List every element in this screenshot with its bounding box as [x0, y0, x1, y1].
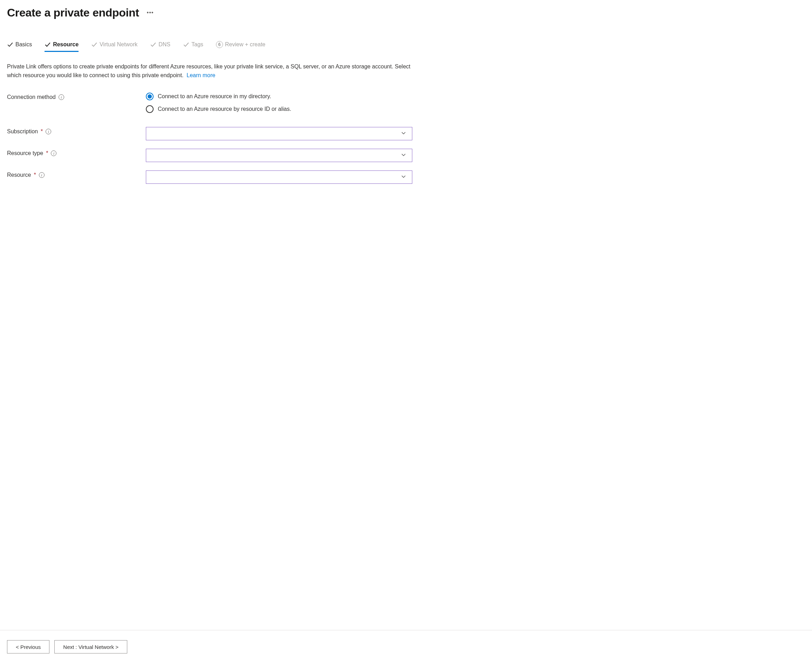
chevron-down-icon — [401, 174, 406, 180]
info-icon[interactable]: i — [39, 172, 44, 178]
checkmark-icon — [183, 41, 189, 48]
tab-dns[interactable]: DNS — [150, 41, 171, 52]
radio-connect-directory[interactable]: Connect to an Azure resource in my direc… — [146, 93, 412, 100]
tab-label: Tags — [192, 41, 203, 48]
radio-label: Connect to an Azure resource in my direc… — [158, 93, 271, 99]
checkmark-icon — [150, 41, 156, 48]
learn-more-link[interactable]: Learn more — [187, 72, 215, 78]
step-number-icon: 6 — [216, 41, 223, 48]
page-title: Create a private endpoint — [7, 7, 139, 19]
chevron-down-icon — [401, 152, 406, 159]
radio-selected-icon — [146, 93, 154, 100]
checkmark-icon — [44, 41, 51, 48]
checkmark-icon — [7, 41, 13, 48]
info-icon[interactable]: i — [51, 150, 57, 156]
description-text: Private Link offers options to create pr… — [7, 62, 414, 80]
tab-label: Resource — [53, 41, 78, 48]
info-icon[interactable]: i — [45, 129, 51, 134]
tab-label: DNS — [159, 41, 171, 48]
required-indicator: * — [34, 172, 36, 178]
tab-tags[interactable]: Tags — [183, 41, 203, 52]
required-indicator: * — [46, 150, 48, 156]
info-icon[interactable]: i — [58, 94, 64, 100]
radio-label: Connect to an Azure resource by resource… — [158, 106, 291, 112]
tab-virtual-network[interactable]: Virtual Network — [91, 41, 138, 52]
more-icon[interactable]: ••• — [147, 10, 154, 16]
chevron-down-icon — [401, 130, 406, 137]
checkmark-icon — [91, 41, 97, 48]
resource-dropdown[interactable] — [146, 171, 412, 184]
tab-label: Review + create — [225, 41, 265, 48]
required-indicator: * — [41, 129, 43, 135]
resource-type-label: Resource type — [7, 150, 43, 156]
radio-unselected-icon — [146, 105, 154, 113]
resource-type-dropdown[interactable] — [146, 149, 412, 162]
radio-connect-resource-id[interactable]: Connect to an Azure resource by resource… — [146, 105, 412, 113]
subscription-dropdown[interactable] — [146, 127, 412, 140]
tab-label: Virtual Network — [99, 41, 138, 48]
subscription-label: Subscription — [7, 129, 38, 135]
resource-label: Resource — [7, 172, 31, 178]
tab-review-create[interactable]: 6 Review + create — [216, 41, 265, 52]
tab-resource[interactable]: Resource — [44, 41, 78, 52]
tab-basics[interactable]: Basics — [7, 41, 32, 52]
wizard-tabs: Basics Resource Virtual Network DNS Tags… — [7, 41, 805, 52]
tab-label: Basics — [15, 41, 32, 48]
connection-method-radiogroup: Connect to an Azure resource in my direc… — [146, 93, 412, 113]
connection-method-label: Connection method — [7, 94, 56, 100]
